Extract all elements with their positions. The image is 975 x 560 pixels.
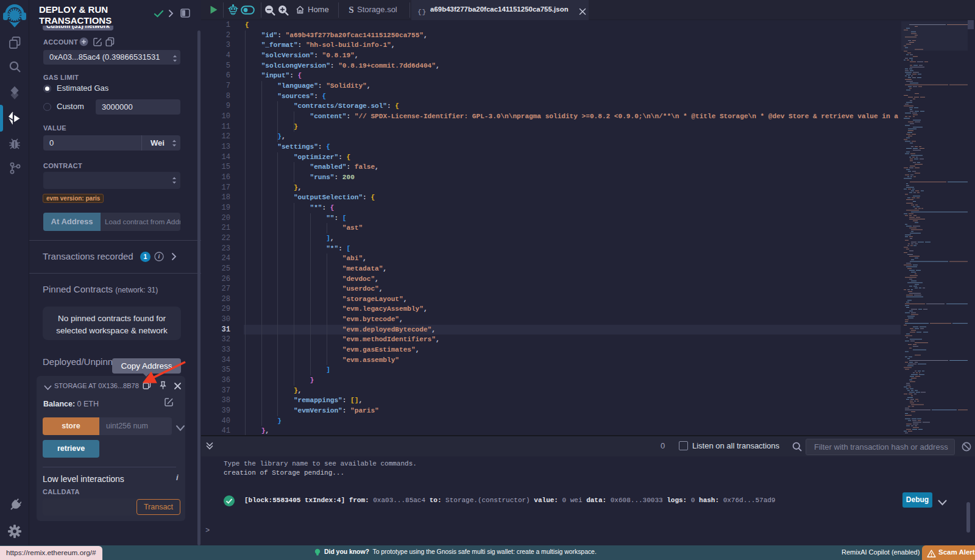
svg-text:i: i: [158, 253, 160, 260]
